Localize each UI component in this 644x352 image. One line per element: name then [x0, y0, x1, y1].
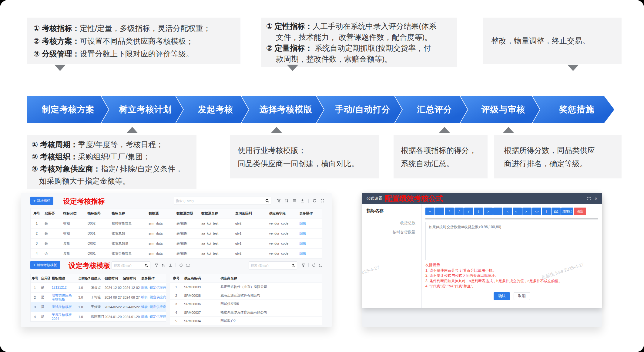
filter-icon[interactable]	[155, 263, 158, 267]
download-icon[interactable]	[300, 199, 304, 203]
table-row[interactable]: 4 SRM00037 福建鸿星尔克体育用品有限公司	[170, 308, 322, 316]
list-icon[interactable]	[293, 199, 297, 203]
template-link[interactable]: 12121212	[50, 283, 77, 292]
filter-icon[interactable]	[277, 199, 281, 203]
edit-link[interactable]: 编辑	[297, 239, 322, 248]
operator-button[interactable]: )	[474, 208, 483, 215]
confirm-button[interactable]: 确认	[494, 292, 510, 300]
note-line: ① 定性指标：人工手动在系统中录入评分结果(体系	[266, 21, 452, 32]
refresh-icon[interactable]	[312, 263, 316, 267]
table-row[interactable]: 4是 年度考核模板2024 1.0供应商门户 2024-01-292024-01…	[31, 312, 166, 321]
edit-link[interactable]: 编辑	[141, 314, 148, 319]
note-box-plan-setup: ① 考核指标：定性/定量，多级指标，灵活分配权重；② 考核方案：可设置不同品类供…	[27, 18, 240, 64]
table-row[interactable]: 3 SRM00036 测试供应商5	[170, 300, 322, 308]
operator-button[interactable]: 如果(,)	[561, 208, 573, 215]
expand-icon[interactable]	[319, 263, 323, 267]
column-header: 指标分类	[62, 208, 86, 218]
cancel-button[interactable]: 取消	[514, 292, 530, 300]
table-row[interactable]: 2 SRM00038 威海正源弘远软件有限公司	[170, 291, 322, 300]
operator-button[interactable]: (	[464, 208, 473, 215]
sort-icon[interactable]	[162, 263, 165, 267]
expand-icon[interactable]	[186, 263, 190, 267]
page-canvas: ① 考核指标：定性/定量，多级指标，灵活分配权重；② 考核方案：可设置不同品类供…	[0, 0, 644, 352]
flow-step-label: 制定考核方案	[42, 104, 95, 115]
flow-step: 树立考核计划	[101, 96, 183, 123]
template-link[interactable]: 年度考核模板2024	[50, 312, 77, 321]
add-template-button[interactable]: + 新增考核模板	[30, 261, 60, 269]
lock-supplier-link[interactable]: 锁定供应商	[149, 314, 166, 319]
edit-link[interactable]: 编辑	[297, 249, 322, 258]
table-header: 序号供应商编码供应商名称	[170, 274, 322, 283]
add-indicator-button[interactable]: + 新增指标	[30, 197, 53, 205]
refresh-icon[interactable]	[313, 199, 317, 203]
operator-button[interactable]: /	[454, 208, 464, 215]
column-header: 数据源	[147, 208, 175, 218]
column-header: 序号	[170, 274, 182, 283]
divider	[425, 218, 598, 219]
flow-step-label: 汇总评分	[417, 104, 452, 115]
note-line: ② 定量指标： 系统自动定期抓取(按期交货率，付	[266, 42, 452, 53]
note-box-measures: 整改，物量调整，终止交易。	[483, 18, 622, 64]
template-search[interactable]	[112, 261, 150, 269]
search-icon	[291, 264, 295, 267]
note-box-auto-summary: 根据各项指标的得分，系统自动汇总。	[394, 135, 488, 178]
edit-link[interactable]: 编辑	[141, 295, 148, 300]
flow-step: 发起考核	[176, 96, 249, 123]
expand-icon[interactable]	[320, 199, 324, 203]
table-row[interactable]: 5 SRM00034 测试客户2	[170, 316, 322, 325]
table-row[interactable]: 2是 交期D001 收货总数srm_data 表/视图aa_kpi_test q…	[31, 228, 322, 238]
search-input[interactable]	[112, 264, 145, 267]
filter-icon[interactable]	[301, 263, 305, 267]
edit-link[interactable]: 编辑	[297, 228, 322, 238]
operator-button[interactable]: =	[493, 208, 502, 215]
table-row[interactable]: 3是 测试考核模板 1.0王佳琦 2024-02-222024-02-22 编辑…	[31, 302, 166, 312]
search-input[interactable]	[174, 199, 265, 203]
table-row[interactable]: 4否 质量Q001 收货合格数量srm_data 表/视图aa_kpi_test…	[31, 248, 322, 258]
edit-link[interactable]: 编辑	[141, 285, 148, 290]
dialog-title: 公式设置	[367, 196, 382, 201]
supplier-search[interactable]	[249, 261, 297, 269]
lock-supplier-link[interactable]: 锁定供应商	[149, 305, 166, 309]
sidebar-item-indicator[interactable]: 按时交货数量	[367, 228, 415, 237]
operator-button[interactable]: *	[445, 208, 454, 215]
sidebar-item-indicator[interactable]: 收货总数	[367, 218, 415, 228]
download-icon[interactable]	[169, 263, 172, 267]
sort-icon[interactable]	[285, 199, 289, 203]
flow-step: 奖惩措施	[532, 96, 614, 123]
expand-icon[interactable]	[587, 197, 591, 201]
table-header: 序号启用否指标分类指标编号指标名称数据源数据源类型数据源名称查询返回列供应商字段…	[31, 208, 322, 218]
flow-step-label: 选择考核模版	[260, 104, 312, 115]
operator-button[interactable]: -	[435, 208, 444, 215]
flow-step-label: 树立考核计划	[119, 104, 172, 115]
formula-textarea[interactable]: 如果(#按时交货数量/#收货总数>0.96,100,80)	[425, 222, 598, 260]
close-icon[interactable]: ×	[595, 196, 598, 201]
template-link[interactable]: 测试考核模板	[50, 302, 77, 312]
edit-link[interactable]: 编辑	[141, 305, 148, 309]
note-box-indicator-types: ① 定性指标：人工手动在系统中录入评分结果(体系 文件，技术能力， 改善课题件数…	[261, 18, 457, 67]
operator-button[interactable]: +	[425, 208, 434, 215]
table-row[interactable]: 1是 12121212 1.0张贞贞 2024-12-022024-12-02 …	[31, 283, 166, 292]
operator-button[interactable]: <	[503, 208, 512, 215]
operator-button[interactable]: <>	[532, 208, 541, 215]
table-row[interactable]: 3是 质量Q002 收货总数量srm_data 表/视图aa_kpi_test …	[31, 238, 322, 248]
operator-button[interactable]: >=	[522, 208, 532, 215]
note-line: 如采购额大于指定金额等。	[32, 175, 192, 187]
lock-supplier-link[interactable]: 锁定供应商	[149, 285, 166, 290]
formula-editor: +-*/()>=<<=>=<>|&&如果(,) 清空 如果(#按时交货数量/#收…	[422, 204, 602, 308]
table-row[interactable]: 2是 包材类供应商考核模板 3.0丁均韫 2024-08-272024-08-2…	[31, 292, 166, 302]
table-row[interactable]: 1 SRM00039 易正开拓软件（北京）有限公司	[170, 283, 322, 291]
template-link[interactable]: 包材类供应商考核模板	[50, 293, 77, 302]
dialog-titlebar: 公式设置 配置绩效考核公式 ×	[362, 193, 602, 204]
search-input[interactable]	[249, 264, 291, 267]
edit-link[interactable]: 编辑	[297, 218, 322, 228]
table-header: 序号启用否模板描述当前版本创建人创建时间编辑时间更多操作	[31, 274, 166, 283]
operator-button[interactable]: <=	[513, 208, 522, 215]
indicator-search[interactable]	[174, 197, 271, 205]
lock-supplier-link[interactable]: 锁定供应商	[149, 295, 166, 300]
clear-button[interactable]: 清空	[574, 208, 586, 215]
operator-button[interactable]: |	[542, 208, 551, 215]
operator-button[interactable]: &&	[552, 208, 561, 215]
operator-button[interactable]: >	[484, 208, 493, 215]
refresh-icon[interactable]	[179, 263, 183, 267]
table-row[interactable]: 1是 交期D002 按时交货数量srm_data 表/视图aa_kpi_test…	[31, 218, 322, 228]
